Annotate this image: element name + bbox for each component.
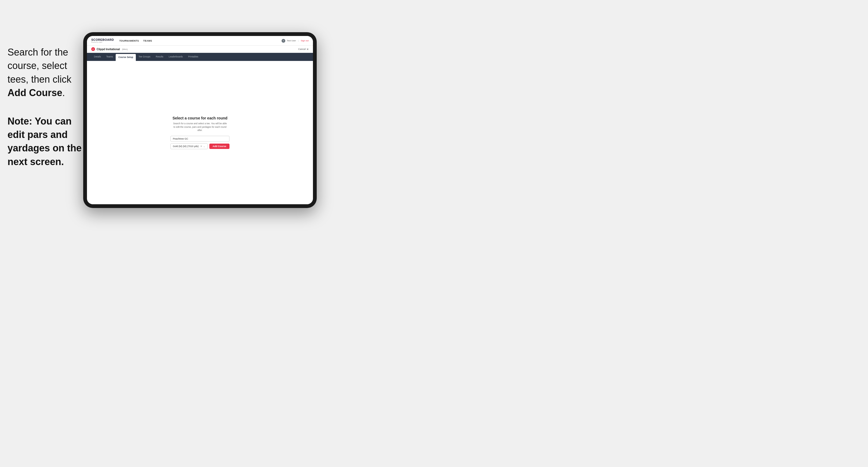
annotation-text-2: Note: You can edit pars and yardages on …	[7, 115, 85, 169]
tee-select-controls: ✕ ⌄	[200, 145, 205, 148]
nav-separator: |	[298, 39, 299, 42]
course-search-input[interactable]	[170, 136, 229, 142]
annotation-text-1: Search for the course, select tees, then…	[7, 45, 85, 100]
tee-select-row: Gold (M) (M) (7010 yds) ✕ ⌄ Add Course	[170, 143, 229, 149]
tab-teams[interactable]: Teams	[103, 53, 116, 61]
annotation-area: Search for the course, select tees, then…	[7, 45, 85, 168]
tee-select-dropdown[interactable]: Gold (M) (M) (7010 yds) ✕ ⌄	[170, 143, 208, 149]
brand-title: SCOREBOARD	[91, 38, 114, 41]
navbar: SCOREBOARD Powered by clippd TOURNAMENTS…	[87, 36, 313, 45]
brand: SCOREBOARD Powered by clippd	[91, 38, 114, 43]
cancel-button[interactable]: Cancel ✕	[298, 48, 309, 51]
tournament-header: C Clippd Invitational (Men) Cancel ✕	[87, 45, 313, 53]
chevron-down-icon: ⌄	[203, 145, 205, 148]
tab-printables[interactable]: Printables	[185, 53, 201, 61]
tab-tee-groups[interactable]: Tee Groups	[136, 53, 153, 61]
tab-leaderboards[interactable]: Leaderboards	[166, 53, 185, 61]
add-course-button[interactable]: Add Course	[209, 144, 229, 149]
nav-user: T Test User | Sign out	[282, 39, 309, 43]
tab-results[interactable]: Results	[153, 53, 166, 61]
tablet-screen: SCOREBOARD Powered by clippd TOURNAMENTS…	[87, 36, 313, 204]
nav-teams[interactable]: TEAMS	[143, 39, 152, 42]
close-icon: ✕	[307, 48, 309, 51]
sign-out-link[interactable]: Sign out	[301, 39, 309, 42]
main-content: Select a course for each round Search fo…	[87, 61, 313, 204]
tournament-badge: (Men)	[122, 48, 128, 51]
tee-select-value: Gold (M) (M) (7010 yds)	[173, 145, 198, 148]
clear-icon[interactable]: ✕	[200, 145, 203, 148]
nav-links: TOURNAMENTS TEAMS	[119, 39, 281, 42]
tablet-frame: SCOREBOARD Powered by clippd TOURNAMENTS…	[83, 32, 317, 208]
nav-tournaments[interactable]: TOURNAMENTS	[119, 39, 139, 42]
course-select-title: Select a course for each round	[173, 116, 227, 120]
course-select-description: Search for a course and select a tee. Yo…	[173, 122, 227, 132]
tab-navigation: Details Teams Course Setup Tee Groups Re…	[87, 53, 313, 61]
tab-course-setup[interactable]: Course Setup	[116, 54, 136, 61]
brand-sub: Powered by clippd	[91, 41, 114, 43]
user-name: Test User	[287, 39, 296, 42]
user-avatar: T	[282, 39, 285, 43]
tournament-logo: C	[91, 47, 95, 51]
tournament-name: Clippd Invitational	[97, 48, 120, 51]
annotation-bold: Add Course	[7, 87, 62, 98]
tab-details[interactable]: Details	[91, 53, 103, 61]
tournament-title: C Clippd Invitational (Men)	[91, 47, 128, 51]
